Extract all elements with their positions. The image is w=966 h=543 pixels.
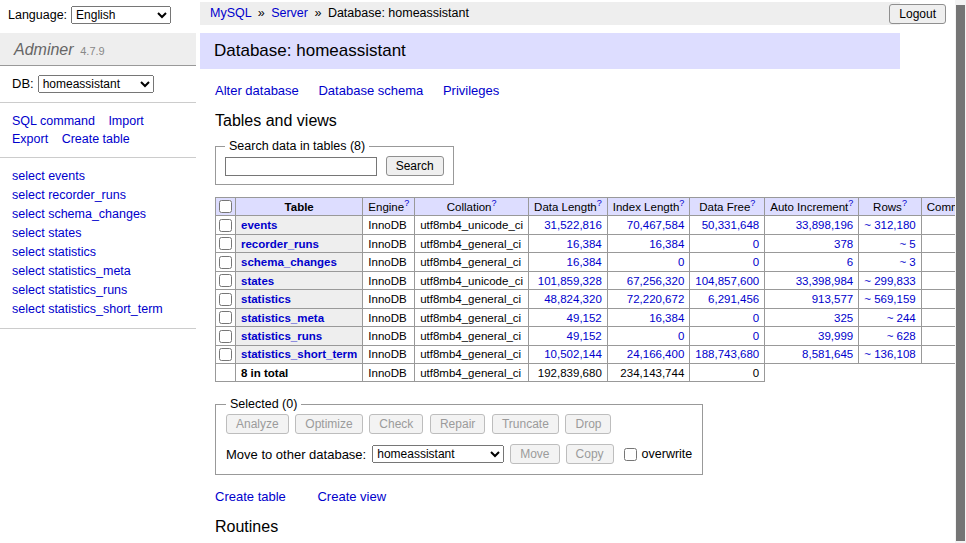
index-length-link[interactable]: 16,384 — [649, 238, 684, 250]
index-length-link[interactable]: 70,467,584 — [627, 219, 685, 231]
optimize-button[interactable]: Optimize — [295, 414, 362, 434]
drop-button[interactable]: Drop — [565, 414, 611, 434]
sql-command-link[interactable]: SQL command — [12, 114, 95, 128]
index-length-help-link[interactable]: ? — [679, 198, 684, 208]
rows-count-link[interactable]: ~ 3 — [899, 256, 915, 268]
rows-count-link[interactable]: ~ 244 — [887, 312, 916, 324]
sidebar-link-select-recorder-runs[interactable]: select recorder_runs — [12, 186, 184, 205]
data-length-link[interactable]: 49,152 — [567, 312, 602, 324]
data-length-link[interactable]: 48,824,320 — [544, 293, 602, 305]
create-table-link[interactable]: Create table — [62, 132, 130, 146]
index-length-link[interactable]: 0 — [678, 256, 684, 268]
move-button[interactable]: Move — [510, 444, 559, 464]
index-length-link[interactable]: 24,166,400 — [627, 348, 685, 360]
data-length-link[interactable]: 49,152 — [567, 330, 602, 342]
privileges-link[interactable]: Privileges — [443, 83, 499, 98]
auto-increment-help-link[interactable]: ? — [848, 198, 853, 208]
data-length-help-link[interactable]: ? — [597, 198, 602, 208]
rows-count-link[interactable]: ~ 299,833 — [864, 275, 915, 287]
sidebar-link-select-statistics-short-term[interactable]: select statistics_short_term — [12, 300, 184, 319]
table-name-link[interactable]: events — [241, 219, 277, 231]
data-length-link[interactable]: 101,859,328 — [538, 275, 602, 287]
row-checkbox[interactable] — [219, 274, 232, 287]
table-name-link[interactable]: statistics_meta — [241, 312, 324, 324]
auto-increment-link[interactable]: 325 — [834, 312, 853, 324]
copy-button[interactable]: Copy — [566, 444, 614, 464]
check-all-checkbox[interactable] — [219, 200, 232, 213]
row-checkbox[interactable] — [219, 293, 232, 306]
auto-increment-link[interactable]: 378 — [834, 238, 853, 250]
check-button[interactable]: Check — [369, 414, 423, 434]
adminer-logo-link[interactable]: Adminer — [14, 41, 74, 58]
index-length-link[interactable]: 0 — [678, 330, 684, 342]
table-name-link[interactable]: recorder_runs — [241, 238, 319, 250]
engine-help-link[interactable]: ? — [404, 198, 409, 208]
rows-count-link[interactable]: ~ 5 — [899, 238, 915, 250]
overwrite-checkbox[interactable] — [624, 448, 637, 461]
auto-increment-link[interactable]: 33,898,196 — [796, 219, 854, 231]
collation-help-link[interactable]: ? — [491, 198, 496, 208]
move-db-select[interactable]: homeassistant — [372, 445, 504, 463]
search-input[interactable] — [225, 157, 377, 176]
sidebar-link-select-events[interactable]: select events — [12, 167, 184, 186]
database-schema-link[interactable]: Database schema — [318, 83, 423, 98]
auto-increment-link[interactable]: 33,398,984 — [796, 275, 854, 287]
import-link[interactable]: Import — [108, 114, 143, 128]
sidebar-link-select-statistics-runs[interactable]: select statistics_runs — [12, 281, 184, 300]
table-name-link[interactable]: schema_changes — [241, 256, 337, 268]
create-table-link-bottom[interactable]: Create table — [215, 489, 286, 504]
rows-help-link[interactable]: ? — [902, 198, 907, 208]
row-checkbox[interactable] — [219, 219, 232, 232]
alter-database-link[interactable]: Alter database — [215, 83, 299, 98]
analyze-button[interactable]: Analyze — [226, 414, 289, 434]
auto-increment-link[interactable]: 39,999 — [818, 330, 853, 342]
index-length-link[interactable]: 16,384 — [649, 312, 684, 324]
row-checkbox[interactable] — [219, 348, 232, 361]
data-free-link[interactable]: 0 — [753, 256, 759, 268]
row-checkbox[interactable] — [219, 330, 232, 343]
sidebar-link-select-states[interactable]: select states — [12, 224, 184, 243]
row-checkbox[interactable] — [219, 237, 232, 250]
rows-count-link[interactable]: ~ 628 — [887, 330, 916, 342]
export-link[interactable]: Export — [12, 132, 48, 146]
table-name-link[interactable]: statistics — [241, 293, 291, 305]
data-free-link[interactable]: 0 — [753, 312, 759, 324]
row-checkbox[interactable] — [219, 311, 232, 324]
total-engine: InnoDB — [363, 364, 415, 382]
language-select[interactable]: English — [71, 6, 171, 24]
data-free-link[interactable]: 6,291,456 — [708, 293, 759, 305]
data-free-link[interactable]: 0 — [753, 330, 759, 342]
search-button[interactable]: Search — [386, 156, 444, 176]
auto-increment-link[interactable]: 8,581,645 — [802, 348, 853, 360]
data-length-link[interactable]: 16,384 — [567, 256, 602, 268]
rows-count-link[interactable]: ~ 312,180 — [864, 219, 915, 231]
auto-increment-link[interactable]: 913,577 — [812, 293, 854, 305]
row-checkbox[interactable] — [219, 256, 232, 269]
data-free-link[interactable]: 50,331,648 — [702, 219, 760, 231]
index-length-link[interactable]: 72,220,672 — [627, 293, 685, 305]
rows-count-link[interactable]: ~ 569,159 — [864, 293, 915, 305]
truncate-button[interactable]: Truncate — [492, 414, 559, 434]
rows-count-link[interactable]: ~ 136,108 — [864, 348, 915, 360]
table-name-link[interactable]: states — [241, 275, 274, 287]
data-free-link[interactable]: 104,857,600 — [695, 275, 759, 287]
index-length-link[interactable]: 67,256,320 — [627, 275, 685, 287]
move-to-database-label: Move to other database: — [226, 447, 366, 462]
vertical-scrollbar[interactable] — [955, 0, 966, 543]
scrollbar-thumb[interactable] — [956, 5, 965, 541]
data-length-link[interactable]: 31,522,816 — [544, 219, 602, 231]
table-name-link[interactable]: statistics_runs — [241, 330, 322, 342]
data-free-help-link[interactable]: ? — [750, 198, 755, 208]
sidebar-link-select-schema-changes[interactable]: select schema_changes — [12, 205, 184, 224]
data-free-link[interactable]: 188,743,680 — [695, 348, 759, 360]
data-length-link[interactable]: 10,502,144 — [544, 348, 602, 360]
auto-increment-link[interactable]: 6 — [847, 256, 853, 268]
db-select[interactable]: homeassistant — [38, 75, 154, 93]
sidebar-link-select-statistics[interactable]: select statistics — [12, 243, 184, 262]
table-name-link[interactable]: statistics_short_term — [241, 348, 357, 360]
create-view-link[interactable]: Create view — [317, 489, 386, 504]
repair-button[interactable]: Repair — [430, 414, 485, 434]
data-free-link[interactable]: 0 — [753, 238, 759, 250]
data-length-link[interactable]: 16,384 — [567, 238, 602, 250]
sidebar-link-select-statistics-meta[interactable]: select statistics_meta — [12, 262, 184, 281]
